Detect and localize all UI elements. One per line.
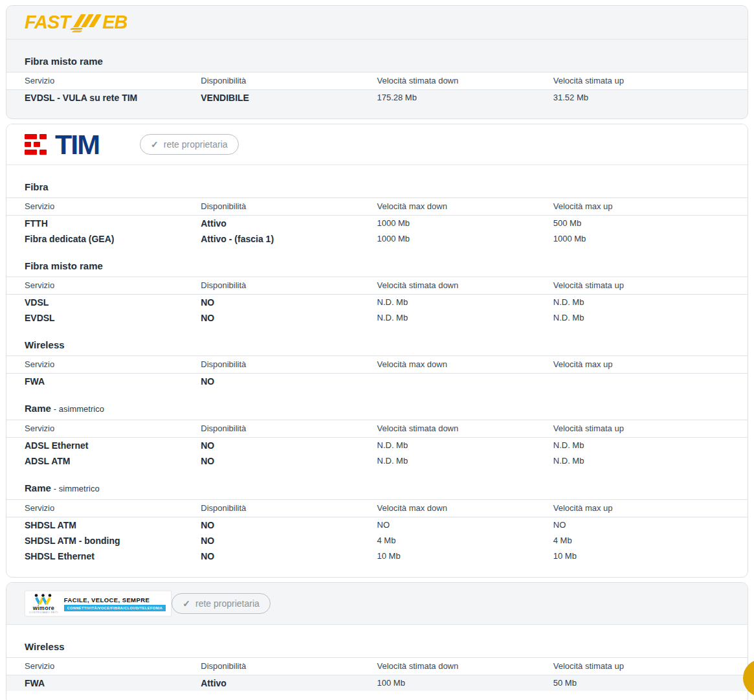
wimore-w-icon: wimoreCOSTRUIAMO RETI [29, 594, 58, 614]
wimore-logo-right: FACILE, VELOCE, SEMPRECONNETTIVITÀ/VOCE/… [64, 596, 166, 611]
service-section-tim-rame-asimmetrico: Rame- asimmetricoServizioDisponibilitàVe… [6, 403, 748, 469]
tim-logo-text: TIM [55, 132, 99, 157]
column-header-servizio: Servizio [25, 500, 201, 517]
service-name: FTTH [25, 216, 201, 231]
section-title: Fibra misto rame [6, 56, 748, 73]
service-name: Fibra dedicata (GEA) [25, 231, 201, 247]
availability-value: NO [201, 374, 377, 389]
section-title-text: Rame [25, 482, 51, 493]
wimore-logo: wimoreCOSTRUIAMO RETIFACILE, VELOCE, SEM… [25, 591, 172, 616]
table-row: SHDSL ATMNONONO [6, 517, 748, 533]
table-row: Fibra dedicata (GEA)Attivo - (fascia 1)1… [6, 231, 748, 247]
table-header-row: ServizioDisponibilitàVelocità stimata do… [6, 658, 748, 675]
speed-value: 175.28 Mb [377, 90, 553, 106]
column-header-velocit-max-up: Velocità max up [553, 500, 729, 517]
availability-value: Attivo - (fascia 1) [201, 231, 377, 247]
section-title-text: Fibra misto rame [25, 260, 103, 271]
section-title: Rame- asimmetrico [6, 403, 748, 420]
column-header-velocit-stimata-up: Velocità stimata up [553, 658, 729, 675]
availability-value: NO [201, 453, 377, 469]
column-header-servizio: Servizio [25, 73, 201, 89]
table-row: EVDSLNON.D. MbN.D. Mb [6, 310, 748, 326]
service-name: ADSL Ethernet [25, 438, 201, 453]
speed-value: N.D. Mb [377, 453, 553, 469]
table-row: VDSLNON.D. MbN.D. Mb [6, 295, 748, 310]
column-header-velocit-max-up: Velocità max up [553, 356, 729, 373]
column-header-velocit-stimata-down: Velocità stimata down [377, 277, 553, 294]
card-body-tim: FibraServizioDisponibilitàVelocità max d… [6, 165, 748, 577]
card-header-wimore: wimoreCOSTRUIAMO RETIFACILE, VELOCE, SEM… [6, 583, 748, 625]
section-title: Fibra misto rame [6, 261, 748, 277]
table-row: FTTHAttivo1000 Mb500 Mb [6, 216, 748, 231]
speed-value: 1000 Mb [377, 231, 553, 247]
service-section-tim-fibra: FibraServizioDisponibilitàVelocità max d… [6, 182, 748, 247]
fastweb-w-icon [73, 14, 102, 31]
table-header-row: ServizioDisponibilitàVelocità stimata do… [6, 420, 748, 438]
column-header-velocit-max-down: Velocità max down [377, 500, 553, 517]
logo-slot-tim: TIM [25, 132, 140, 157]
speed-value: N.D. Mb [553, 310, 729, 326]
service-section-tim-fibra-misto-rame: Fibra misto rameServizioDisponibilitàVel… [6, 261, 748, 326]
section-title-text: Fibra misto rame [25, 56, 103, 67]
results-list: FASTEBFibra misto rameServizioDisponibil… [0, 0, 754, 700]
availability-value: VENDIBILE [201, 90, 377, 106]
speed-value: 10 Mb [377, 548, 553, 564]
speed-value: NO [377, 517, 553, 533]
service-name: FWA [25, 675, 201, 691]
availability-value: NO [201, 533, 377, 548]
section-title-text: Rame [25, 403, 51, 414]
speed-value: N.D. Mb [377, 310, 553, 326]
section-title: Fibra [6, 182, 748, 198]
column-header-disponibilit: Disponibilità [201, 73, 377, 89]
service-name: EVDSL - VULA su rete TIM [25, 90, 201, 106]
section-subtitle-text: - simmetrico [54, 484, 100, 493]
network-badge-label: rete proprietaria [195, 598, 260, 609]
column-header-disponibilit: Disponibilità [201, 420, 377, 437]
table-row: SHDSL EthernetNO10 Mb10 Mb [6, 548, 748, 564]
column-header-disponibilit: Disponibilità [201, 277, 377, 294]
section-title-text: Wireless [25, 339, 65, 350]
table-header-row: ServizioDisponibilitàVelocità max downVe… [6, 198, 748, 216]
service-section-wimore-wireless: WirelessServizioDisponibilitàVelocità st… [6, 642, 748, 691]
column-header-disponibilit: Disponibilità [201, 500, 377, 517]
table-row: ADSL EthernetNON.D. MbN.D. Mb [6, 438, 748, 453]
column-header-velocit-max-up: Velocità max up [553, 198, 729, 215]
service-name: VDSL [25, 295, 201, 310]
section-title: Rame- simmetrico [6, 483, 748, 500]
table-row: FWAAttivo100 Mb50 Mb [6, 675, 748, 691]
column-header-servizio: Servizio [25, 420, 201, 437]
availability-value: NO [201, 438, 377, 453]
table-row: FWANO [6, 374, 748, 389]
card-body-fastweb: Fibra misto rameServizioDisponibilitàVel… [6, 40, 748, 119]
column-header-servizio: Servizio [25, 356, 201, 373]
wimore-logo-name-sub: COSTRUIAMO RETI [29, 611, 58, 614]
speed-value: N.D. Mb [377, 438, 553, 453]
availability-value: NO [201, 548, 377, 564]
column-header-disponibilit: Disponibilità [201, 198, 377, 215]
table-row: EVDSL - VULA su rete TIMVENDIBILE175.28 … [6, 90, 748, 106]
speed-value: 31.52 Mb [553, 90, 729, 106]
table-header-row: ServizioDisponibilitàVelocità max downVe… [6, 500, 748, 517]
provider-card-fastweb: FASTEBFibra misto rameServizioDisponibil… [6, 5, 748, 119]
table-header-row: ServizioDisponibilitàVelocità stimata do… [6, 73, 748, 90]
availability-value: NO [201, 310, 377, 326]
column-header-velocit-stimata-up: Velocità stimata up [553, 420, 729, 437]
column-header-velocit-stimata-up: Velocità stimata up [553, 277, 729, 294]
tim-bars-icon [25, 134, 47, 155]
network-badge-label: rete proprietaria [164, 139, 228, 150]
service-name: EVDSL [25, 310, 201, 326]
speed-value: 500 Mb [553, 216, 729, 231]
availability-value: Attivo [201, 675, 377, 691]
speed-value: N.D. Mb [377, 295, 553, 310]
column-header-disponibilit: Disponibilità [201, 356, 377, 373]
section-subtitle-text: - asimmetrico [54, 404, 104, 414]
tim-logo: TIM [25, 132, 99, 157]
speed-value: N.D. Mb [553, 295, 729, 310]
wimore-tagline: FACILE, VELOCE, SEMPRE [64, 596, 166, 604]
column-header-velocit-max-down: Velocità max down [377, 356, 553, 373]
speed-value [553, 378, 729, 385]
fastweb-logo: FASTEB [25, 14, 127, 31]
speed-value: N.D. Mb [553, 453, 729, 469]
provider-card-wimore: wimoreCOSTRUIAMO RETIFACILE, VELOCE, SEM… [6, 582, 748, 700]
fastweb-logo-text-right: EB [102, 14, 127, 30]
